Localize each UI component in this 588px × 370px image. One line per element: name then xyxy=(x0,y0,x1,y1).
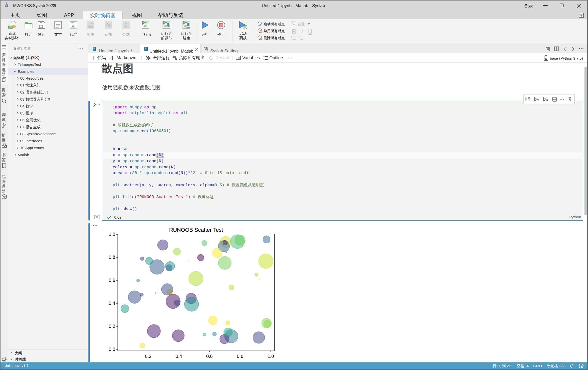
svg-text:RUNOOB Scatter Test: RUNOOB Scatter Test xyxy=(169,227,223,233)
svg-text:0.8: 0.8 xyxy=(237,354,243,359)
svg-text:0.0: 0.0 xyxy=(109,346,115,352)
svg-text:0.6: 0.6 xyxy=(206,354,213,359)
svg-text:0.8: 0.8 xyxy=(109,255,115,260)
svg-text:0.4: 0.4 xyxy=(176,354,182,359)
svg-text:1.0: 1.0 xyxy=(267,354,274,359)
svg-text:0.2: 0.2 xyxy=(109,323,115,329)
svg-text:(x): (x) xyxy=(236,57,240,59)
svg-text:1.0: 1.0 xyxy=(109,232,115,237)
svg-text:0.6: 0.6 xyxy=(109,278,115,283)
svg-text:0.2: 0.2 xyxy=(145,354,152,359)
svg-text:Σ: Σ xyxy=(125,22,128,28)
svg-text:0.4: 0.4 xyxy=(109,300,115,306)
